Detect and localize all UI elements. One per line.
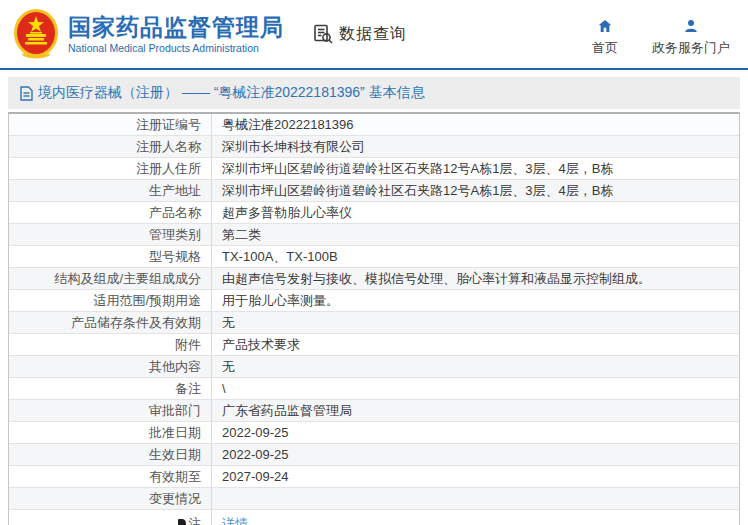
document-icon bbox=[20, 86, 33, 101]
table-row: 审批部门广东省药品监督管理局 bbox=[9, 400, 739, 422]
table-row: 注册证编号粤械注准20222181396 bbox=[9, 114, 739, 136]
table-row: 注册人住所深圳市坪山区碧岭街道碧岭社区石夹路12号A栋1层、3层、4层，B栋 bbox=[9, 158, 739, 180]
table-row: 生效日期2022-09-25 bbox=[9, 444, 739, 466]
national-emblem-icon bbox=[12, 7, 60, 61]
row-value: 无 bbox=[212, 356, 739, 377]
row-value: 超声多普勒胎儿心率仪 bbox=[212, 202, 739, 223]
row-value: 第二类 bbox=[212, 224, 739, 245]
table-row: 产品储存条件及有效期无 bbox=[9, 312, 739, 334]
data-query-icon bbox=[312, 23, 334, 45]
row-label: 生效日期 bbox=[9, 444, 212, 465]
row-value: 由超声信号发射与接收、模拟信号处理、胎心率计算和液晶显示控制组成。 bbox=[212, 268, 739, 289]
row-label: 批准日期 bbox=[9, 422, 212, 443]
table-row: 结构及组成/主要组成成分由超声信号发射与接收、模拟信号处理、胎心率计算和液晶显示… bbox=[9, 268, 739, 290]
row-label: 注 bbox=[9, 510, 212, 525]
nav-item-label: 首页 bbox=[592, 39, 618, 57]
table-row: 变更情况 bbox=[9, 488, 739, 510]
row-label: 注册人名称 bbox=[9, 136, 212, 157]
row-label: 产品名称 bbox=[9, 202, 212, 223]
row-value: 2022-09-25 bbox=[212, 444, 739, 465]
brand: 国家药品监督管理局 National Medical Products Admi… bbox=[12, 7, 284, 61]
breadcrumb: 境内医疗器械（注册） —— “粤械注准20222181396” 基本信息 bbox=[8, 77, 740, 109]
row-value: 粤械注准20222181396 bbox=[212, 114, 739, 135]
table-row: 附件产品技术要求 bbox=[9, 334, 739, 356]
brand-text: 国家药品监督管理局 National Medical Products Admi… bbox=[68, 14, 284, 54]
details-link[interactable]: 详情 bbox=[222, 510, 248, 525]
data-query-button[interactable]: 数据查询 bbox=[312, 23, 407, 45]
header-nav: 首页 政务服务门户 bbox=[592, 18, 730, 57]
data-query-label: 数据查询 bbox=[339, 24, 407, 45]
site-title: 国家药品监督管理局 bbox=[68, 14, 284, 40]
row-value: \ bbox=[212, 378, 739, 399]
table-row: 适用范围/预期用途用于胎儿心率测量。 bbox=[9, 290, 739, 312]
table-row: 其他内容无 bbox=[9, 356, 739, 378]
table-row: 型号规格TX-100A、TX-100B bbox=[9, 246, 739, 268]
info-table: 注册证编号粤械注准20222181396注册人名称深圳市长坤科技有限公司注册人住… bbox=[8, 112, 740, 525]
site-header: 国家药品监督管理局 National Medical Products Admi… bbox=[0, 0, 748, 68]
row-label: 审批部门 bbox=[9, 400, 212, 421]
row-label: 附件 bbox=[9, 334, 212, 355]
row-label: 有效期至 bbox=[9, 466, 212, 487]
row-label: 注册证编号 bbox=[9, 114, 212, 135]
row-value: 广东省药品监督管理局 bbox=[212, 400, 739, 421]
table-row: 管理类别第二类 bbox=[9, 224, 739, 246]
table-row: 产品名称超声多普勒胎儿心率仪 bbox=[9, 202, 739, 224]
row-value: TX-100A、TX-100B bbox=[212, 246, 739, 267]
row-value: 产品技术要求 bbox=[212, 334, 739, 355]
breadcrumb-text: 境内医疗器械（注册） —— “粤械注准20222181396” 基本信息 bbox=[38, 84, 425, 102]
nav-item-label: 政务服务门户 bbox=[652, 39, 730, 57]
table-row: 有效期至2027-09-24 bbox=[9, 466, 739, 488]
row-value bbox=[212, 488, 739, 509]
row-label: 生产地址 bbox=[9, 180, 212, 201]
row-value: 详情 bbox=[212, 510, 739, 525]
row-label: 备注 bbox=[9, 378, 212, 399]
table-row: 注册人名称深圳市长坤科技有限公司 bbox=[9, 136, 739, 158]
row-value: 深圳市长坤科技有限公司 bbox=[212, 136, 739, 157]
row-label: 其他内容 bbox=[9, 356, 212, 377]
nav-item-portal[interactable]: 政务服务门户 bbox=[652, 18, 730, 57]
table-row: 注详情 bbox=[9, 510, 739, 525]
row-label: 结构及组成/主要组成成分 bbox=[9, 268, 212, 289]
row-label: 型号规格 bbox=[9, 246, 212, 267]
row-value: 2027-09-24 bbox=[212, 466, 739, 487]
row-label: 变更情况 bbox=[9, 488, 212, 509]
row-value: 深圳市坪山区碧岭街道碧岭社区石夹路12号A栋1层、3层、4层，B栋 bbox=[212, 180, 739, 201]
row-value: 无 bbox=[212, 312, 739, 333]
row-label: 管理类别 bbox=[9, 224, 212, 245]
header-divider bbox=[0, 68, 748, 70]
user-icon bbox=[683, 18, 699, 34]
nav-item-home[interactable]: 首页 bbox=[592, 18, 618, 57]
table-row: 备注\ bbox=[9, 378, 739, 400]
home-icon bbox=[597, 18, 613, 34]
row-label: 产品储存条件及有效期 bbox=[9, 312, 212, 333]
row-label: 适用范围/预期用途 bbox=[9, 290, 212, 311]
table-row: 生产地址深圳市坪山区碧岭街道碧岭社区石夹路12号A栋1层、3层、4层，B栋 bbox=[9, 180, 739, 202]
table-row: 批准日期2022-09-25 bbox=[9, 422, 739, 444]
row-label: 注册人住所 bbox=[9, 158, 212, 179]
row-value: 用于胎儿心率测量。 bbox=[212, 290, 739, 311]
row-value: 2022-09-25 bbox=[212, 422, 739, 443]
note-bulb-icon bbox=[178, 519, 186, 525]
row-value: 深圳市坪山区碧岭街道碧岭社区石夹路12号A栋1层、3层、4层，B栋 bbox=[212, 158, 739, 179]
site-subtitle: National Medical Products Administration bbox=[68, 42, 284, 54]
